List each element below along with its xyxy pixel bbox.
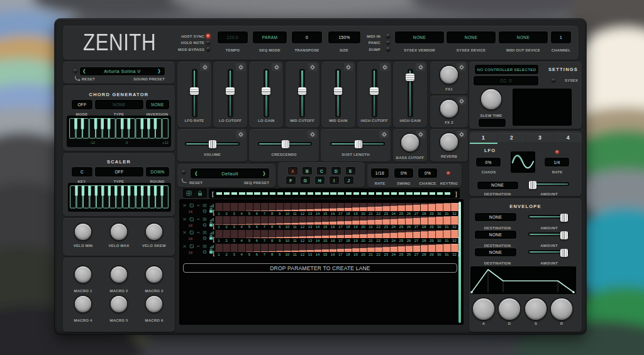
svg-text:1X: 1X	[189, 223, 193, 227]
svg-text:1X: 1X	[189, 237, 193, 241]
svg-text:1X: 1X	[189, 251, 193, 254]
svg-text:1X: 1X	[189, 210, 193, 214]
